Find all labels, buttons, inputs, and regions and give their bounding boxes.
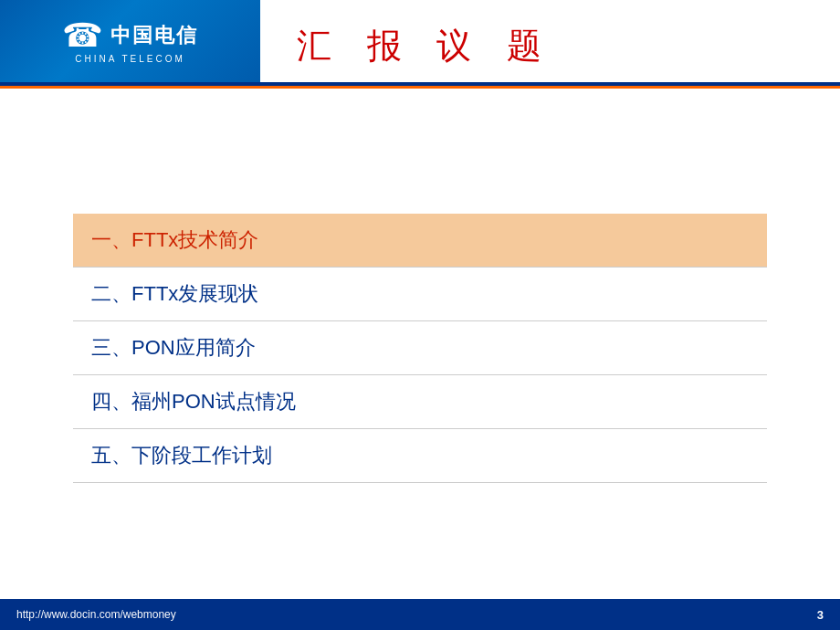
agenda-item-4[interactable]: 四、福州PON试点情况 <box>73 375 767 429</box>
telecom-icon: ☎ <box>62 19 103 52</box>
agenda-text-2: FTTx发展现状 <box>131 282 258 305</box>
agenda-item-1[interactable]: 一、FTTx技术简介 <box>73 214 767 268</box>
agenda-num-5: 五、 <box>91 444 131 467</box>
footer: http://www.docin.com/webmoney 3 <box>0 599 840 630</box>
agenda-item-5[interactable]: 五、下阶段工作计划 <box>73 429 767 483</box>
agenda-num-3: 三、 <box>91 336 131 359</box>
agenda-list: 一、FTTx技术简介二、FTTx发展现状三、PON应用简介四、福州PON试点情况… <box>73 214 767 483</box>
logo-section: ☎ 中国电信 CHINA TELECOM <box>0 0 260 82</box>
agenda-text-4: 福州PON试点情况 <box>131 390 296 413</box>
logo-text-en: CHINA TELECOM <box>75 54 185 64</box>
agenda-item-3[interactable]: 三、PON应用简介 <box>73 321 767 375</box>
agenda-num-4: 四、 <box>91 390 131 413</box>
content-area: 一、FTTx技术简介二、FTTx发展现状三、PON应用简介四、福州PON试点情况… <box>0 89 840 599</box>
agenda-num-2: 二、 <box>91 282 131 305</box>
title-section: 汇 报 议 题 <box>260 0 840 82</box>
agenda-text-1: FTTx技术简介 <box>131 228 258 251</box>
logo-inner: ☎ 中国电信 CHINA TELECOM <box>62 19 198 64</box>
footer-url: http://www.docin.com/webmoney <box>16 608 176 621</box>
agenda-num-1: 一、 <box>91 228 131 251</box>
header: ☎ 中国电信 CHINA TELECOM 汇 报 议 题 <box>0 0 840 82</box>
slide: ☎ 中国电信 CHINA TELECOM 汇 报 议 题 一、FTTx技术简介二… <box>0 0 840 630</box>
logo-icon-row: ☎ 中国电信 <box>62 19 198 52</box>
header-stripe-container <box>0 82 840 89</box>
agenda-item-2[interactable]: 二、FTTx发展现状 <box>73 268 767 321</box>
slide-title: 汇 报 议 题 <box>297 23 554 69</box>
agenda-text-5: 下阶段工作计划 <box>131 444 272 467</box>
agenda-text-3: PON应用简介 <box>131 336 256 359</box>
footer-page-number: 3 <box>817 608 824 622</box>
logo-text-cn: 中国电信 <box>110 22 198 49</box>
